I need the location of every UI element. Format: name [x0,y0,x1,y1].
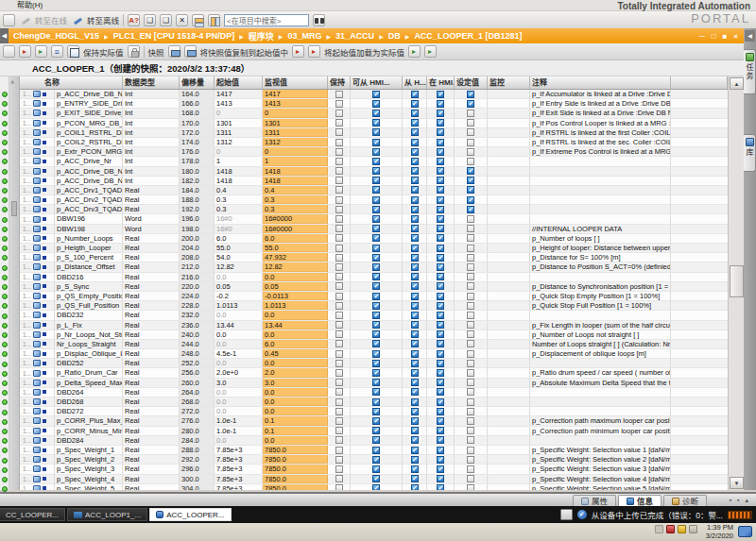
cell-start-value[interactable]: 12.82 [215,262,263,271]
cell-comment[interactable]: p_Absolute Maximum Delta Speed that the … [530,379,671,387]
cell-supervision[interactable] [488,109,530,117]
cell-monitor-value[interactable]: 0 [263,147,328,156]
cell-supervision[interactable] [488,273,530,281]
cell-supervision[interactable] [488,465,530,473]
cell-datatype[interactable]: Real [123,349,180,358]
setpoint-checkbox[interactable] [467,408,474,415]
cell-datatype[interactable]: Real [123,388,180,397]
tray-warning-icon[interactable] [678,525,686,533]
retain-checkbox[interactable] [335,167,343,175]
load-start-values-button[interactable]: 将起始值加载为实际值 [324,46,404,58]
taskbar-button-1[interactable]: CC_LOOPER... [0,508,65,521]
table-vscrollbar[interactable]: ▲ ▼ [728,76,744,490]
cell-monitor-value[interactable]: 0.1 [263,416,328,425]
scrollbar-thumb[interactable] [730,265,744,297]
cell-name[interactable]: DBD272 [55,407,123,415]
setpoint-checkbox[interactable] [467,196,474,204]
cell-monitor-value[interactable]: 1418 [263,167,328,176]
setpoint-checkbox[interactable] [467,186,474,194]
cell-monitor-value[interactable]: 0.0 [263,397,328,406]
retain-checkbox[interactable] [335,436,343,444]
go-offline-button[interactable]: 转至离线 [87,14,119,25]
table-row[interactable]: 1...p_Heigth_LooperReal204.055.055.0p_He… [20,244,728,253]
writable-from-hmi-checkbox[interactable] [411,128,419,136]
cell-comment[interactable]: p_Correction path minimum looper car pos… [530,427,671,435]
visible-in-hmi-checkbox[interactable] [437,254,444,262]
header-writable-from-hmi[interactable]: 从 H... [403,76,427,89]
cell-supervision[interactable] [488,157,530,165]
cell-start-value[interactable]: 7.85e+3 [215,475,263,483]
retain-checkbox[interactable] [335,263,343,271]
cell-supervision[interactable] [488,119,530,127]
split-vertical-icon[interactable] [208,14,220,26]
retain-checkbox[interactable] [335,379,343,386]
accessible-from-hmi-checkbox[interactable] [372,206,380,213]
setpoint-checkbox[interactable] [467,177,474,184]
cell-supervision[interactable] [488,262,530,271]
cell-name[interactable]: p_ACC_Drive_DB_Nr [55,90,123,98]
cell-supervision[interactable] [488,330,530,339]
cell-monitor-value[interactable]: 3.0 [263,379,328,387]
visible-in-hmi-checkbox[interactable] [437,245,444,252]
retain-checkbox[interactable] [335,234,343,242]
retain-checkbox[interactable] [335,302,343,310]
visible-in-hmi-checkbox[interactable] [437,148,444,156]
cell-start-value[interactable]: 0.0 [215,330,263,339]
visible-in-hmi-checkbox[interactable] [437,215,444,223]
cell-start-value[interactable]: 16#0 [215,225,263,233]
cell-start-value[interactable]: -0.2 [215,292,263,300]
retain-checkbox[interactable] [335,388,343,396]
visible-in-hmi-checkbox[interactable] [437,436,444,444]
cell-monitor-value[interactable]: 16#0000 [263,225,328,233]
header-supervision[interactable]: 监控 [488,76,530,89]
retain-checkbox[interactable] [335,484,343,490]
cell-supervision[interactable] [488,321,530,330]
cell-name[interactable]: p_Spec_Weight_4 [55,475,123,483]
setpoint-checkbox[interactable] [467,148,474,156]
accessible-from-hmi-checkbox[interactable] [372,427,380,434]
cell-datatype[interactable]: Real [123,195,180,204]
restore-icon[interactable]: □ [712,32,716,41]
visible-in-hmi-checkbox[interactable] [437,110,444,117]
table-row[interactable]: 1...p_ACC_Drv3_TQADD_...Real192.00.30.3 [20,205,728,214]
setpoint-checkbox[interactable] [467,321,474,329]
accessible-from-hmi-checkbox[interactable] [372,360,380,367]
accessible-from-hmi-checkbox[interactable] [372,484,380,490]
writable-from-hmi-checkbox[interactable] [411,360,419,367]
cell-datatype[interactable]: Int [123,157,180,165]
visible-in-hmi-checkbox[interactable] [437,128,444,136]
retain-checkbox[interactable] [335,273,343,280]
table-row[interactable]: 1...p_PCON_MRG_DB_NrInt170.013011301p_If… [20,119,728,128]
retain-checkbox[interactable] [335,148,343,156]
table-row[interactable]: 1...p_Spec_Weight_2Real292.07.85e+37850.… [20,455,728,465]
maximize-icon[interactable]: ■ [722,32,727,41]
go-online-button[interactable]: 转至在线 [35,14,67,25]
breadcrumb-item[interactable]: DB [388,31,401,41]
collapse-up-icon[interactable]: ∧ [10,78,14,85]
writable-from-hmi-checkbox[interactable] [411,484,419,490]
header-name[interactable]: 名称 [20,76,123,89]
writable-from-hmi-checkbox[interactable] [411,110,419,117]
writable-from-hmi-checkbox[interactable] [411,100,419,108]
setpoint-checkbox[interactable] [467,427,474,434]
setpoint-checkbox[interactable] [467,436,474,444]
cell-supervision[interactable] [488,446,530,454]
cell-name[interactable]: Nr_Loops_Straight [55,340,123,348]
cell-supervision[interactable] [488,167,530,176]
cell-datatype[interactable]: Real [123,244,180,252]
cell-supervision[interactable] [488,253,530,262]
cell-monitor-value[interactable]: 0.4 [263,186,328,194]
accessible-from-hmi-checkbox[interactable] [372,456,380,464]
cell-supervision[interactable] [488,128,530,137]
cell-monitor-value[interactable]: 0.0 [263,388,328,397]
cell-start-value[interactable]: 1311 [215,128,263,137]
setpoint-checkbox[interactable] [467,350,474,358]
cell-start-value[interactable]: 7.85e+3 [215,484,263,490]
cell-monitor-value[interactable]: 0.0 [263,330,328,339]
cell-name[interactable]: DBD268 [55,397,123,406]
cell-start-value[interactable]: 7.85e+3 [215,465,263,473]
setpoint-checkbox[interactable] [467,447,474,454]
retain-checkbox[interactable] [335,186,343,194]
cell-monitor-value[interactable]: 1.0113 [263,301,328,310]
cell-start-value[interactable]: 1418 [215,167,263,176]
